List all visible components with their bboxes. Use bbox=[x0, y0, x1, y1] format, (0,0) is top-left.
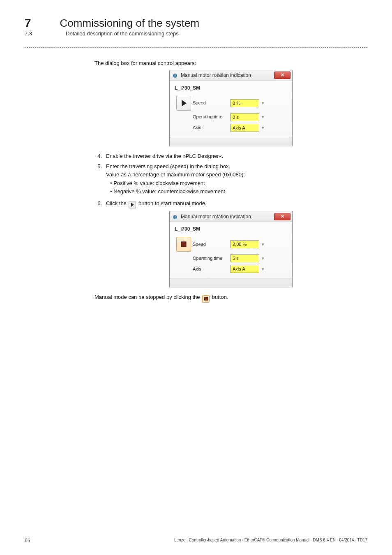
play-button[interactable] bbox=[176, 96, 191, 111]
axis-value: Axis A bbox=[233, 124, 245, 132]
device-name: L_i700_SM bbox=[175, 225, 287, 233]
optime-value: 5 s bbox=[233, 254, 239, 262]
step-4: 4. Enable the inverter drive via the »PL… bbox=[95, 152, 367, 160]
svg-rect-7 bbox=[175, 218, 175, 219]
speed-label: Speed bbox=[193, 99, 231, 106]
content-area: The dialog box for manual control appear… bbox=[95, 59, 367, 303]
step-6: 6. Click the button to start manual mode… bbox=[95, 199, 367, 208]
step-subtext: Value as a percentage of maximum motor s… bbox=[106, 171, 245, 178]
chevron-down-icon: ▾ bbox=[259, 113, 267, 121]
play-icon bbox=[131, 203, 134, 207]
chevron-down-icon: ▾ bbox=[259, 265, 267, 273]
step-number: 5. bbox=[95, 162, 102, 171]
manual-control-dialog-running: Manual motor rotation indication ✕ L_i70… bbox=[169, 211, 293, 287]
svg-rect-6 bbox=[175, 215, 175, 217]
play-icon bbox=[180, 99, 187, 107]
speed-label: Speed bbox=[193, 241, 231, 248]
optime-label: Operating time bbox=[193, 255, 231, 262]
step-text-post: button to start manual mode. bbox=[138, 200, 206, 206]
axis-field: Axis A bbox=[231, 124, 259, 132]
optime-field: 0 s bbox=[231, 113, 259, 121]
dialog-footer bbox=[170, 278, 292, 287]
page-footer: 66 Lenze · Controller-based Automation ·… bbox=[25, 538, 367, 543]
axis-label: Axis bbox=[193, 124, 231, 131]
section-number: 7.3 bbox=[25, 30, 32, 37]
manual-control-dialog-initial: Manual motor rotation indication ✕ L_i70… bbox=[169, 70, 293, 146]
outro-text: Manual mode can be stopped by clicking t… bbox=[95, 293, 367, 303]
footer-line: Lenze · Controller-based Automation · Et… bbox=[174, 538, 367, 543]
play-button-inline bbox=[129, 201, 136, 208]
svg-rect-2 bbox=[175, 76, 175, 77]
chapter-title: Commissioning of the system bbox=[60, 17, 200, 30]
speed-value: 2,00 % bbox=[233, 240, 247, 248]
axis-label: Axis bbox=[193, 266, 231, 273]
chevron-down-icon: ▾ bbox=[259, 124, 267, 132]
svg-rect-8 bbox=[181, 242, 186, 247]
svg-rect-9 bbox=[204, 297, 208, 301]
intro-text: The dialog box for manual control appear… bbox=[95, 59, 367, 67]
outro-pre: Manual mode can be stopped by clicking t… bbox=[95, 294, 200, 300]
stop-icon bbox=[180, 241, 187, 247]
step-number: 6. bbox=[95, 199, 102, 208]
dialog-title: Manual motor rotation indication bbox=[181, 214, 251, 220]
svg-marker-3 bbox=[182, 100, 187, 106]
stop-button-inline bbox=[202, 295, 210, 303]
step-5: 5. Enter the traversing speed (speed) in… bbox=[95, 162, 367, 197]
chapter-number: 7 bbox=[25, 16, 31, 30]
axis-field: Axis A bbox=[231, 265, 259, 273]
speed-input[interactable]: 2,00 % bbox=[231, 240, 259, 248]
device-name: L_i700_SM bbox=[175, 84, 287, 92]
dialog-footer bbox=[170, 137, 292, 146]
stop-button[interactable] bbox=[176, 237, 191, 252]
stop-icon bbox=[204, 297, 208, 301]
svg-rect-1 bbox=[175, 74, 175, 76]
chevron-down-icon: ▾ bbox=[259, 254, 267, 262]
section-title: Detailed description of the commissionin… bbox=[66, 30, 179, 37]
dialog-titlebar[interactable]: Manual motor rotation indication ✕ bbox=[170, 211, 292, 222]
optime-label: Operating time bbox=[193, 113, 231, 120]
chevron-down-icon[interactable]: ▾ bbox=[259, 99, 267, 107]
page-header: 7 Commissioning of the system 7.3 Detail… bbox=[25, 16, 367, 48]
outro-post: button. bbox=[212, 294, 228, 300]
dialog-titlebar[interactable]: Manual motor rotation indication ✕ bbox=[170, 70, 292, 81]
close-button[interactable]: ✕ bbox=[274, 213, 291, 220]
page-number: 66 bbox=[25, 538, 30, 543]
step-text: Enable the inverter drive via the »PLC D… bbox=[106, 152, 367, 160]
svg-marker-4 bbox=[131, 203, 134, 207]
speed-input[interactable]: 0 % bbox=[231, 99, 259, 107]
chevron-down-icon[interactable]: ▾ bbox=[259, 240, 267, 248]
step-text-pre: Click the bbox=[106, 200, 127, 206]
bullet-item: Negative % value: counterclockwise movem… bbox=[110, 187, 367, 196]
close-button[interactable]: ✕ bbox=[274, 72, 291, 79]
axis-value: Axis A bbox=[233, 265, 245, 273]
app-icon bbox=[172, 214, 178, 220]
step-list: 4. Enable the inverter drive via the »PL… bbox=[95, 152, 367, 209]
dialog-title: Manual motor rotation indication bbox=[181, 72, 251, 78]
step-text: Enter the traversing speed (speed) in th… bbox=[106, 163, 230, 169]
optime-value: 0 s bbox=[233, 113, 239, 121]
step-number: 4. bbox=[95, 152, 102, 160]
app-icon bbox=[172, 73, 178, 79]
bullet-item: Positive % value: clockwise movement bbox=[110, 179, 367, 187]
divider bbox=[25, 47, 367, 48]
optime-field: 5 s bbox=[231, 254, 259, 262]
speed-value: 0 % bbox=[233, 99, 240, 107]
